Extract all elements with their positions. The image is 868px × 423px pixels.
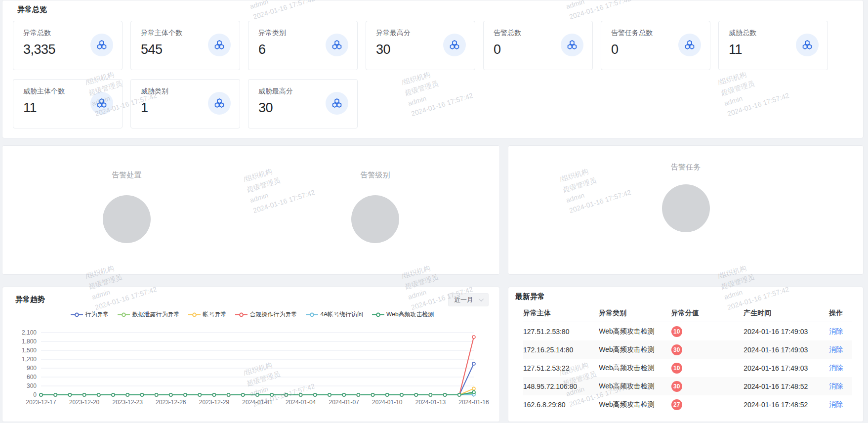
stat-card-threat-subjects: 威胁主体个数 11	[13, 79, 123, 128]
score-badge: 27	[671, 399, 682, 410]
table-row: 162.6.8.29:80 Web高频攻击检测 27 2024-01-16 17…	[523, 395, 852, 414]
legend-label: 帐号异常	[203, 310, 226, 319]
legend-item[interactable]: 数据泄露行为异常	[118, 310, 179, 319]
svg-text:300: 300	[27, 382, 37, 389]
trend-chart-container: 03006009001,2001,5001,8002,1002023-12-17…	[15, 320, 490, 413]
stat-card-threat-total: 威胁总数 11	[718, 21, 828, 70]
svg-text:900: 900	[27, 365, 37, 372]
stat-value: 3,335	[23, 42, 55, 57]
anomaly-subject: 172.16.25.14:80	[523, 346, 599, 354]
legend-line-icon	[306, 312, 318, 317]
stat-card-anomaly-subjects: 异常主体个数 545	[130, 21, 240, 70]
stat-card-threat-max-score: 威胁最高分 30	[248, 79, 358, 128]
anomaly-category: Web高频攻击检测	[599, 400, 671, 409]
chevron-down-icon	[479, 296, 484, 301]
dismiss-link[interactable]: 消除	[829, 400, 843, 408]
latest-anomalies-table: 异常主体 异常类别 异常分值 产生时间 操作 127.51.2.53:80 We…	[523, 304, 852, 414]
anomaly-category: Web高频攻击检测	[599, 327, 671, 336]
svg-text:2024-01-04: 2024-01-04	[286, 399, 316, 406]
table-row: 172.16.25.14:80 Web高频攻击检测 30 2024-01-16 …	[523, 340, 852, 359]
dismiss-link[interactable]: 消除	[829, 364, 843, 372]
svg-text:2024-01-01: 2024-01-01	[242, 399, 273, 406]
latest-anomalies-panel: 最新异常 异常主体 异常类别 异常分值 产生时间 操作 127.51.2.53:…	[508, 287, 864, 422]
stat-value: 30	[376, 42, 411, 57]
latest-title: 最新异常	[515, 292, 852, 301]
legend-label: 数据泄露行为异常	[132, 310, 179, 319]
stat-label: 异常主体个数	[141, 29, 182, 38]
stat-value: 11	[23, 100, 65, 116]
legend-label: 4A帐号绕行访问	[320, 310, 363, 319]
anomaly-time: 2024-01-16 17:49:03	[744, 364, 829, 372]
anomaly-category: Web高频攻击检测	[599, 382, 671, 391]
anomaly-category: Web高频攻击检测	[599, 345, 671, 354]
legend-item[interactable]: 行为异常	[71, 310, 109, 319]
svg-text:2024-01-13: 2024-01-13	[415, 399, 446, 406]
column-header-category: 异常类别	[599, 309, 671, 318]
svg-text:2023-12-17: 2023-12-17	[26, 399, 56, 406]
anomaly-time: 2024-01-16 17:49:03	[744, 328, 829, 336]
stat-label: 威胁最高分	[258, 87, 293, 96]
alert-task-panel: 告警任务	[508, 145, 864, 275]
stat-value: 30	[258, 100, 293, 116]
column-header-time: 产生时间	[744, 309, 829, 318]
stat-label: 异常类别	[258, 29, 286, 38]
overview-panel: 异常总览 异常总数 3,335 异常主体个数 545 异常类别 6 异常最高分 …	[2, 0, 864, 138]
dismiss-link[interactable]: 消除	[829, 327, 843, 335]
stat-card-anomaly-max-score: 异常最高分 30	[366, 21, 475, 70]
time-range-select[interactable]: 近一月	[448, 293, 489, 306]
anomaly-subject: 148.95.72.106:80	[523, 382, 599, 390]
anomaly-time: 2024-01-16 17:49:03	[744, 346, 829, 354]
dismiss-link[interactable]: 消除	[829, 345, 843, 353]
column-header-action: 操作	[829, 309, 852, 318]
svg-text:600: 600	[27, 374, 37, 381]
legend-item[interactable]: 帐号异常	[188, 310, 226, 319]
stat-label: 异常最高分	[376, 29, 411, 38]
legend-item[interactable]: 合规操作行为异常	[235, 310, 297, 319]
trend-legend: 行为异常数据泄露行为异常帐号异常合规操作行为异常4A帐号绕行访问Web高频攻击检…	[15, 310, 490, 319]
stat-label: 告警总数	[494, 29, 521, 38]
dismiss-link[interactable]: 消除	[829, 382, 843, 390]
stat-card-alert-task-total: 告警任务总数 0	[601, 21, 710, 70]
stat-value: 6	[258, 42, 286, 57]
legend-item[interactable]: Web高频攻击检测	[372, 310, 434, 319]
table-header-row: 异常主体 异常类别 异常分值 产生时间 操作	[523, 304, 852, 322]
stat-card-anomaly-categories: 异常类别 6	[248, 21, 358, 70]
stat-card-anomaly-total: 异常总数 3,335	[13, 21, 123, 70]
legend-item[interactable]: 4A帐号绕行访问	[306, 310, 363, 319]
legend-line-icon	[188, 312, 201, 317]
legend-label: 行为异常	[85, 310, 109, 319]
stat-value: 0	[611, 42, 653, 57]
stat-label: 威胁主体个数	[23, 87, 65, 96]
table-row: 127.51.2.53:22 Web高频攻击检测 10 2024-01-16 1…	[523, 359, 852, 377]
stat-label: 威胁总数	[729, 29, 756, 38]
legend-line-icon	[235, 312, 248, 317]
table-row: 127.51.2.53:80 Web高频攻击检测 10 2024-01-16 1…	[523, 322, 852, 340]
column-header-subject: 异常主体	[523, 309, 599, 318]
alert-level-chart: 告警级别	[251, 146, 499, 274]
cluster-icon	[561, 34, 583, 56]
score-badge: 10	[671, 363, 682, 374]
time-range-value: 近一月	[454, 296, 473, 304]
column-header-score: 异常分值	[671, 309, 744, 318]
anomaly-subject: 162.6.8.29:80	[523, 401, 599, 409]
svg-text:2,100: 2,100	[22, 329, 37, 336]
legend-label: Web高频攻击检测	[386, 310, 434, 319]
alert-charts-panel: 告警处置 告警级别	[2, 145, 500, 275]
alert-task-title: 告警任务	[508, 163, 863, 172]
stat-value: 1	[141, 100, 168, 116]
stat-label: 威胁类别	[141, 87, 168, 96]
stat-value: 0	[494, 42, 521, 57]
anomaly-time: 2024-01-16 17:48:52	[744, 382, 829, 390]
score-badge: 10	[671, 326, 682, 337]
stat-card-threat-categories: 威胁类别 1	[130, 79, 240, 128]
alert-level-pie-placeholder	[351, 195, 399, 243]
svg-text:0: 0	[33, 391, 37, 398]
anomaly-time: 2024-01-16 17:48:52	[744, 401, 829, 409]
alert-disposal-chart: 告警处置	[2, 146, 251, 274]
cluster-icon	[796, 34, 819, 56]
svg-text:1,800: 1,800	[22, 338, 37, 345]
stat-card-row-2: 威胁主体个数 11 威胁类别 1 威胁最高分 30	[13, 79, 853, 128]
stat-label: 异常总数	[23, 29, 55, 38]
cluster-icon	[90, 92, 113, 115]
cluster-icon	[208, 34, 231, 56]
